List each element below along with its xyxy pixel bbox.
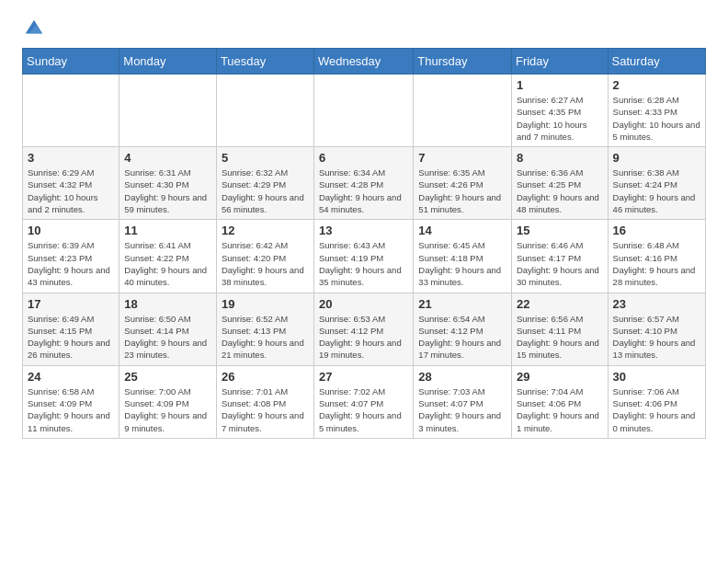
day-number: 27 [319,370,408,384]
day-cell: 7Sunrise: 6:35 AM Sunset: 4:26 PM Daylig… [414,147,512,220]
day-number: 9 [613,151,700,165]
day-cell: 8Sunrise: 6:36 AM Sunset: 4:25 PM Daylig… [511,147,608,220]
day-info: Sunrise: 6:27 AM Sunset: 4:35 PM Dayligh… [517,94,603,143]
day-info: Sunrise: 6:54 AM Sunset: 4:12 PM Dayligh… [418,313,506,362]
day-number: 18 [124,297,211,311]
day-number: 19 [222,297,309,311]
day-info: Sunrise: 6:36 AM Sunset: 4:25 PM Dayligh… [517,167,603,215]
day-info: Sunrise: 6:48 AM Sunset: 4:16 PM Dayligh… [613,239,700,288]
day-number: 1 [517,78,603,92]
day-info: Sunrise: 6:45 AM Sunset: 4:18 PM Dayligh… [418,239,506,288]
day-info: Sunrise: 6:38 AM Sunset: 4:24 PM Dayligh… [613,167,700,215]
day-cell: 2Sunrise: 6:28 AM Sunset: 4:33 PM Daylig… [608,75,705,147]
day-cell: 17Sunrise: 6:49 AM Sunset: 4:15 PM Dayli… [23,293,119,365]
day-info: Sunrise: 7:06 AM Sunset: 4:06 PM Dayligh… [613,385,700,434]
day-number: 22 [517,297,603,311]
day-info: Sunrise: 6:50 AM Sunset: 4:14 PM Dayligh… [124,313,211,362]
day-info: Sunrise: 6:39 AM Sunset: 4:23 PM Dayligh… [28,239,114,288]
header-thursday: Thursday [414,49,512,75]
day-number: 6 [319,151,408,165]
header-sunday: Sunday [23,49,119,75]
logo-icon [24,18,44,39]
day-number: 20 [319,297,408,311]
day-cell: 4Sunrise: 6:31 AM Sunset: 4:30 PM Daylig… [119,147,217,220]
day-number: 4 [124,151,211,165]
day-cell: 23Sunrise: 6:57 AM Sunset: 4:10 PM Dayli… [608,293,705,365]
day-cell: 30Sunrise: 7:06 AM Sunset: 4:06 PM Dayli… [608,365,705,438]
day-info: Sunrise: 7:01 AM Sunset: 4:08 PM Dayligh… [222,385,309,434]
day-number: 14 [418,224,506,237]
week-row-3: 17Sunrise: 6:49 AM Sunset: 4:15 PM Dayli… [23,293,706,365]
day-number: 29 [517,370,603,384]
day-cell: 12Sunrise: 6:42 AM Sunset: 4:20 PM Dayli… [216,220,313,293]
day-cell: 27Sunrise: 7:02 AM Sunset: 4:07 PM Dayli… [313,365,413,438]
day-number: 13 [319,224,408,237]
day-info: Sunrise: 6:52 AM Sunset: 4:13 PM Dayligh… [222,313,309,362]
header-friday: Friday [511,49,608,75]
day-info: Sunrise: 6:57 AM Sunset: 4:10 PM Dayligh… [613,313,700,362]
calendar-header-row: SundayMondayTuesdayWednesdayThursdayFrid… [23,49,706,75]
day-cell: 14Sunrise: 6:45 AM Sunset: 4:18 PM Dayli… [414,220,512,293]
day-cell: 24Sunrise: 6:58 AM Sunset: 4:09 PM Dayli… [23,365,119,438]
day-number: 7 [418,151,506,165]
header [22,18,706,39]
day-cell: 6Sunrise: 6:34 AM Sunset: 4:28 PM Daylig… [313,147,413,220]
day-cell: 21Sunrise: 6:54 AM Sunset: 4:12 PM Dayli… [414,293,512,365]
day-cell [414,75,512,147]
day-number: 10 [28,224,114,237]
day-number: 23 [613,297,700,311]
day-info: Sunrise: 7:04 AM Sunset: 4:06 PM Dayligh… [517,385,603,434]
day-info: Sunrise: 6:31 AM Sunset: 4:30 PM Dayligh… [124,167,211,215]
logo [22,18,44,39]
day-number: 12 [222,224,309,237]
day-info: Sunrise: 6:56 AM Sunset: 4:11 PM Dayligh… [517,313,603,362]
day-cell: 29Sunrise: 7:04 AM Sunset: 4:06 PM Dayli… [511,365,608,438]
day-cell: 28Sunrise: 7:03 AM Sunset: 4:07 PM Dayli… [414,365,512,438]
calendar-table: SundayMondayTuesdayWednesdayThursdayFrid… [22,48,706,439]
day-cell [119,75,217,147]
day-number: 25 [124,370,211,384]
day-number: 17 [28,297,114,311]
day-number: 24 [28,370,114,384]
day-number: 16 [613,224,700,237]
header-wednesday: Wednesday [313,49,413,75]
day-cell [23,75,119,147]
header-monday: Monday [119,49,217,75]
day-number: 8 [517,151,603,165]
week-row-2: 10Sunrise: 6:39 AM Sunset: 4:23 PM Dayli… [23,220,706,293]
day-number: 28 [418,370,506,384]
day-info: Sunrise: 7:02 AM Sunset: 4:07 PM Dayligh… [319,385,408,434]
day-number: 15 [517,224,603,237]
header-saturday: Saturday [608,49,705,75]
day-info: Sunrise: 6:58 AM Sunset: 4:09 PM Dayligh… [28,385,114,434]
day-number: 26 [222,370,309,384]
day-cell: 1Sunrise: 6:27 AM Sunset: 4:35 PM Daylig… [511,75,608,147]
day-cell: 11Sunrise: 6:41 AM Sunset: 4:22 PM Dayli… [119,220,217,293]
page: SundayMondayTuesdayWednesdayThursdayFrid… [0,0,728,457]
day-cell: 3Sunrise: 6:29 AM Sunset: 4:32 PM Daylig… [23,147,119,220]
day-cell: 20Sunrise: 6:53 AM Sunset: 4:12 PM Dayli… [313,293,413,365]
day-cell [216,75,313,147]
day-info: Sunrise: 6:41 AM Sunset: 4:22 PM Dayligh… [124,239,211,288]
day-info: Sunrise: 6:32 AM Sunset: 4:29 PM Dayligh… [222,167,309,215]
header-tuesday: Tuesday [216,49,313,75]
week-row-4: 24Sunrise: 6:58 AM Sunset: 4:09 PM Dayli… [23,365,706,438]
day-info: Sunrise: 6:53 AM Sunset: 4:12 PM Dayligh… [319,313,408,362]
day-info: Sunrise: 6:28 AM Sunset: 4:33 PM Dayligh… [613,94,700,143]
day-info: Sunrise: 7:03 AM Sunset: 4:07 PM Dayligh… [418,385,506,434]
day-cell: 22Sunrise: 6:56 AM Sunset: 4:11 PM Dayli… [511,293,608,365]
day-number: 5 [222,151,309,165]
day-number: 3 [28,151,114,165]
day-number: 30 [613,370,700,384]
day-cell: 9Sunrise: 6:38 AM Sunset: 4:24 PM Daylig… [608,147,705,220]
day-info: Sunrise: 6:49 AM Sunset: 4:15 PM Dayligh… [28,313,114,362]
day-cell: 15Sunrise: 6:46 AM Sunset: 4:17 PM Dayli… [511,220,608,293]
day-info: Sunrise: 6:35 AM Sunset: 4:26 PM Dayligh… [418,167,506,215]
day-cell: 18Sunrise: 6:50 AM Sunset: 4:14 PM Dayli… [119,293,217,365]
day-cell: 13Sunrise: 6:43 AM Sunset: 4:19 PM Dayli… [313,220,413,293]
day-number: 2 [613,78,700,92]
day-info: Sunrise: 6:29 AM Sunset: 4:32 PM Dayligh… [28,167,114,215]
day-info: Sunrise: 6:42 AM Sunset: 4:20 PM Dayligh… [222,239,309,288]
day-info: Sunrise: 6:43 AM Sunset: 4:19 PM Dayligh… [319,239,408,288]
day-info: Sunrise: 6:46 AM Sunset: 4:17 PM Dayligh… [517,239,603,288]
